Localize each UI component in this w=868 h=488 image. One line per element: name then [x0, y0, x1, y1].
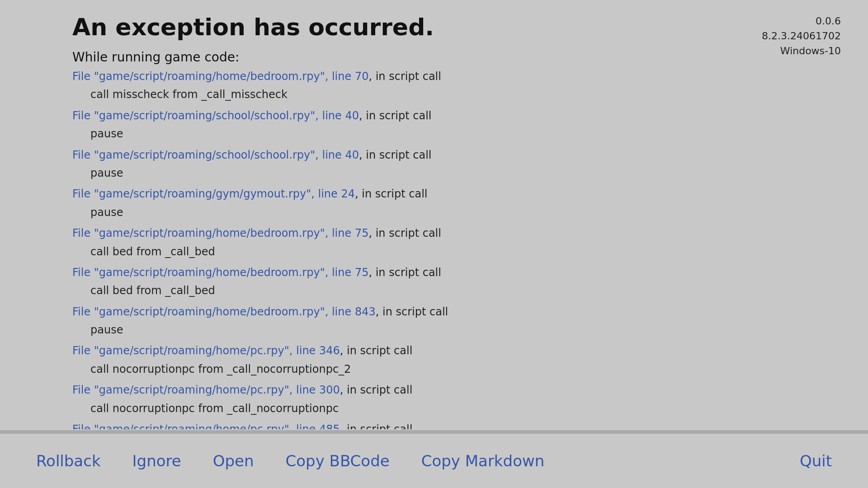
trace-continuation-inline: , in script call	[340, 344, 413, 357]
trace-detail: call bed from _call_bed	[72, 282, 832, 299]
trace-continuation-inline: , in script call	[368, 70, 441, 83]
trace-detail: pause	[72, 164, 832, 182]
divider	[0, 430, 868, 434]
ignore-button[interactable]: Ignore	[123, 447, 190, 474]
trace-scrollable[interactable]: File "game/script/roaming/home/bedroom.r…	[72, 68, 841, 429]
copy-markdown-button[interactable]: Copy Markdown	[412, 447, 554, 474]
trace-continuation-inline: , in script call	[359, 109, 432, 122]
rollback-button[interactable]: Rollback	[27, 447, 110, 474]
file-link[interactable]: File "game/script/roaming/home/pc.rpy", …	[72, 384, 340, 396]
trace-line: File "game/script/roaming/gym/gymout.rpy…	[72, 185, 832, 202]
version-info: 0.0.6 8.2.3.24061702 Windows-10	[762, 14, 841, 58]
file-link[interactable]: File "game/script/roaming/school/school.…	[72, 149, 359, 161]
trace-continuation-inline: , in script call	[359, 149, 432, 161]
trace-line: File "game/script/roaming/home/bedroom.r…	[72, 264, 832, 281]
trace-detail: pause	[72, 125, 832, 142]
bottom-bar: Rollback Ignore Open Copy BBCode Copy Ma…	[0, 434, 868, 488]
trace-detail: call misscheck from _call_misscheck	[72, 86, 832, 103]
file-link[interactable]: File "game/script/roaming/home/bedroom.r…	[72, 227, 368, 239]
trace-detail: call nocorruptionpc from _call_nocorrupt…	[72, 361, 832, 378]
file-link[interactable]: File "game/script/roaming/home/pc.rpy", …	[72, 423, 340, 429]
trace-detail: pause	[72, 321, 832, 338]
trace-line: File "game/script/roaming/home/bedroom.r…	[72, 225, 832, 242]
page-title: An exception has occurred.	[72, 14, 434, 41]
trace-line: File "game/script/roaming/home/pc.rpy", …	[72, 381, 832, 399]
trace-continuation-inline: , in script call	[340, 423, 413, 429]
action-buttons: Rollback Ignore Open Copy BBCode Copy Ma…	[27, 447, 841, 474]
file-link[interactable]: File "game/script/roaming/home/bedroom.r…	[72, 70, 368, 83]
trace-line: File "game/script/roaming/home/bedroom.r…	[72, 68, 832, 85]
trace-line: File "game/script/roaming/home/bedroom.r…	[72, 303, 832, 320]
file-link[interactable]: File "game/script/roaming/gym/gymout.rpy…	[72, 188, 355, 200]
file-link[interactable]: File "game/script/roaming/school/school.…	[72, 109, 359, 122]
trace-detail: call bed from _call_bed	[72, 243, 832, 260]
quit-button[interactable]: Quit	[791, 447, 841, 474]
trace-continuation-inline: , in script call	[368, 227, 441, 239]
trace-line: File "game/script/roaming/home/pc.rpy", …	[72, 421, 832, 429]
trace-line: File "game/script/roaming/school/school.…	[72, 107, 832, 124]
version-line1: 0.0.6	[816, 15, 841, 27]
trace-detail: pause	[72, 204, 832, 221]
trace-continuation-inline: , in script call	[340, 384, 413, 396]
section-header: While running game code:	[72, 50, 239, 65]
trace-continuation-inline: , in script call	[355, 188, 428, 200]
trace-detail: call nocorruptionpc from _call_nocorrupt…	[72, 400, 832, 417]
version-line3: Windows-10	[780, 45, 841, 56]
file-link[interactable]: File "game/script/roaming/home/pc.rpy", …	[72, 344, 340, 357]
trace-continuation-inline: , in script call	[376, 305, 448, 318]
copy-bbcode-button[interactable]: Copy BBCode	[277, 447, 399, 474]
file-link[interactable]: File "game/script/roaming/home/bedroom.r…	[72, 305, 376, 318]
file-link[interactable]: File "game/script/roaming/home/bedroom.r…	[72, 266, 368, 279]
trace-line: File "game/script/roaming/school/school.…	[72, 146, 832, 164]
trace-line: File "game/script/roaming/home/pc.rpy", …	[72, 342, 832, 359]
trace-continuation-inline: , in script call	[368, 266, 441, 279]
version-line2: 8.2.3.24061702	[762, 30, 841, 42]
open-button[interactable]: Open	[204, 447, 263, 474]
